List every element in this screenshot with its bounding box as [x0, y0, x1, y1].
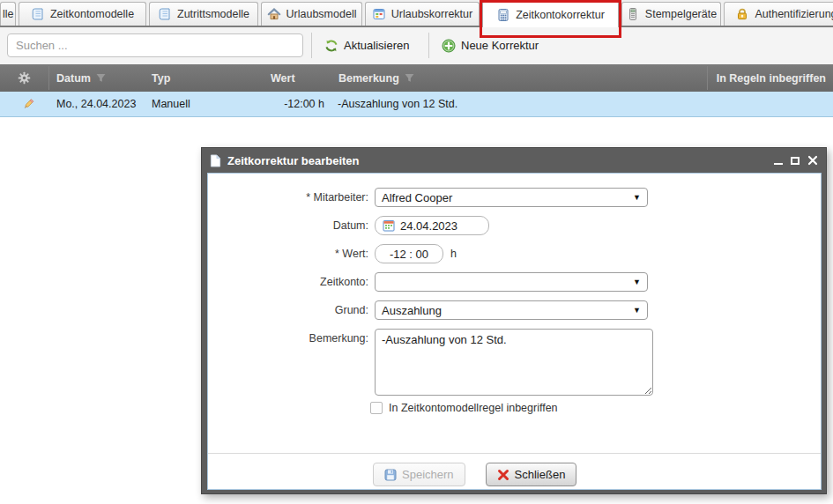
zeitkonto-label: Zeitkonto: — [208, 276, 375, 288]
close-label: Schließen — [515, 468, 566, 481]
column-header-datum[interactable]: Datum — [56, 64, 106, 92]
house-icon — [267, 7, 281, 21]
tab-label: Zutrittsmodelle — [177, 8, 249, 20]
calculator-icon — [496, 8, 510, 22]
datum-label: Datum: — [208, 219, 375, 232]
tab-label: lle — [3, 8, 14, 20]
form-row-checkbox: In Zeitkontomodellregel inbegriffen — [370, 402, 821, 414]
tab-zutrittsmodelle[interactable]: Zutrittsmodelle — [149, 2, 258, 26]
filter-icon[interactable] — [405, 73, 414, 83]
datum-value: 24.04.2023 — [400, 219, 457, 233]
scroll-icon — [158, 7, 172, 21]
tab-zeitkontomodelle[interactable]: Zeitkontomodelle — [19, 2, 146, 26]
tab-label: Urlaubsmodell — [286, 8, 357, 20]
column-divider — [707, 66, 708, 90]
toolbar: Aktualisieren Neue Korrektur — [0, 27, 833, 64]
refresh-icon — [324, 39, 338, 53]
plus-icon — [442, 39, 456, 53]
bemerkung-textarea[interactable]: -Auszahlung von 12 Std. — [375, 329, 653, 396]
column-label: In Regeln inbegriffen — [717, 72, 826, 85]
window-controls — [774, 155, 818, 166]
wert-unit: h — [450, 248, 457, 260]
dialog-content: * Mitarbeiter: Alfred Cooper Datum: 24.0… — [207, 173, 822, 490]
grund-label: Grund: — [208, 304, 375, 316]
wert-input[interactable]: -12 : 00 — [375, 244, 443, 263]
form-row-grund: Grund: Auszahlung — [208, 300, 821, 320]
mitarbeiter-value: Alfred Cooper — [382, 191, 452, 204]
cell-typ: Manuell — [152, 92, 190, 116]
column-header-in-regeln[interactable]: In Regeln inbegriffen — [717, 64, 826, 92]
zeitkonto-select[interactable] — [375, 272, 648, 292]
maximize-icon[interactable] — [791, 157, 800, 165]
dialog-title: Zeitkorrektur bearbeiten — [227, 154, 360, 167]
lock-icon — [735, 7, 749, 21]
grund-select[interactable]: Auszahlung — [375, 300, 648, 320]
toolbar-divider — [311, 33, 312, 58]
grund-value: Auszahlung — [382, 304, 442, 317]
correction-form: * Mitarbeiter: Alfred Cooper Datum: 24.0… — [208, 174, 821, 414]
tab-zeitkontokorrektur[interactable]: Zeitkontokorrektur — [482, 1, 619, 27]
pencil-icon — [21, 98, 34, 111]
cell-datum: Mo., 24.04.2023 — [56, 92, 136, 116]
tab-authentifizierung[interactable]: Authentifizierung — [724, 2, 833, 26]
table-header: Datum Typ Wert Bemerkung In Regeln inbeg… — [0, 64, 833, 92]
document-icon — [210, 154, 221, 167]
tab-urlaubsmodell[interactable]: Urlaubsmodell — [261, 2, 362, 26]
save-icon — [384, 469, 397, 481]
red-x-icon — [497, 469, 509, 481]
toolbar-divider — [428, 33, 429, 58]
refresh-button[interactable]: Aktualisieren — [319, 33, 414, 58]
form-row-mitarbeiter: * Mitarbeiter: Alfred Cooper — [208, 188, 821, 207]
calendar-grid-icon — [372, 7, 386, 21]
column-settings-button[interactable] — [18, 64, 31, 92]
edit-row-button[interactable] — [21, 92, 34, 116]
tab-label: Stempelgeräte — [645, 8, 717, 20]
tab-label: Authentifizierung — [755, 8, 833, 20]
in-regel-checkbox[interactable] — [370, 402, 383, 414]
tab-urlaubskorrektur[interactable]: Urlaubskorrektur — [365, 2, 480, 26]
dialog-titlebar[interactable]: Zeitkorrektur bearbeiten — [202, 148, 826, 173]
wert-value: -12 : 00 — [390, 248, 428, 261]
gear-icon — [18, 71, 31, 85]
mitarbeiter-select[interactable]: Alfred Cooper — [375, 188, 648, 207]
close-button[interactable]: Schließen — [486, 463, 577, 486]
bemerkung-label: Bemerkung: — [208, 329, 375, 345]
refresh-label: Aktualisieren — [344, 39, 409, 52]
device-icon — [626, 7, 640, 21]
scroll-icon — [31, 7, 45, 21]
table-row[interactable]: Mo., 24.04.2023 Manuell -12:00 h -Auszah… — [0, 92, 833, 117]
column-header-typ[interactable]: Typ — [152, 64, 170, 92]
tab-label: Zeitkontokorrektur — [516, 9, 605, 21]
new-correction-label: Neue Korrektur — [461, 39, 539, 52]
form-row-datum: Datum: 24.04.2023 — [208, 216, 821, 235]
column-label: Bemerkung — [338, 72, 399, 85]
tab-label: Zeitkontomodelle — [50, 8, 134, 20]
new-correction-button[interactable]: Neue Korrektur — [436, 33, 544, 58]
search-input[interactable] — [7, 33, 303, 57]
filter-icon[interactable] — [96, 73, 106, 83]
column-header-wert[interactable]: Wert — [271, 64, 295, 92]
calendar-icon — [383, 219, 395, 232]
mitarbeiter-label: * Mitarbeiter: — [208, 191, 375, 204]
tab-cutoff[interactable]: lle — [0, 2, 16, 26]
minimize-icon[interactable] — [774, 163, 783, 165]
button-separator — [208, 453, 821, 454]
save-button[interactable]: Speichern — [373, 463, 465, 486]
tab-stempelgeraete[interactable]: Stempelgeräte — [621, 2, 721, 26]
edit-time-correction-dialog: Zeitkorrektur bearbeiten * Mitarbeiter: … — [201, 147, 827, 494]
save-label: Speichern — [402, 468, 454, 481]
tab-bar: lle Zeitkontomodelle Zutrittsmodelle Url… — [0, 0, 833, 27]
datum-input[interactable]: 24.04.2023 — [375, 216, 489, 235]
in-regel-checkbox-label: In Zeitkontomodellregel inbegriffen — [389, 402, 558, 414]
form-row-wert: * Wert: -12 : 00 h — [208, 244, 821, 263]
column-label: Wert — [271, 72, 295, 85]
wert-label: * Wert: — [208, 248, 375, 260]
column-divider — [48, 66, 49, 90]
column-label: Datum — [56, 72, 91, 85]
form-row-bemerkung: Bemerkung: -Auszahlung von 12 Std. — [208, 329, 821, 396]
column-header-bemerkung[interactable]: Bemerkung — [338, 64, 414, 92]
form-row-zeitkonto: Zeitkonto: — [208, 272, 821, 292]
dialog-buttons: Speichern Schließen — [373, 463, 576, 486]
close-icon[interactable] — [807, 155, 818, 166]
cell-bemerkung: -Auszahlung von 12 Std. — [338, 92, 457, 116]
